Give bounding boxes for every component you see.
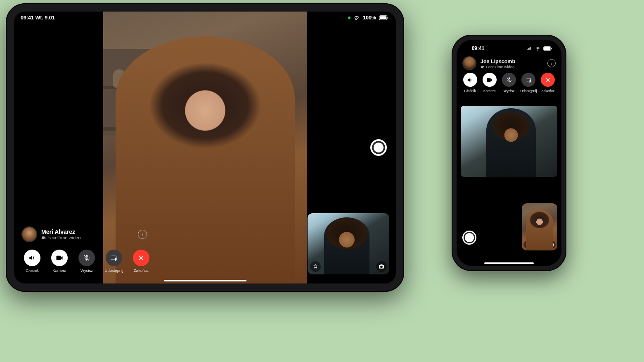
close-icon [137, 254, 145, 262]
svg-rect-3 [380, 16, 386, 19]
speaker-icon [467, 77, 473, 83]
effects-button[interactable] [310, 261, 321, 272]
ipad-status-bar: 09:41 Wt. 9.01 100% [14, 12, 396, 22]
speaker-icon [28, 254, 36, 262]
call-controls: Głośnik Kamera Wycisz Udostępnij Zakończ [21, 250, 152, 273]
remote-video-feed [103, 12, 307, 283]
mute-button[interactable]: Wycisz [500, 73, 517, 93]
flip-camera-button[interactable] [376, 261, 387, 272]
iphone-device: 09:41 Joe Lipscomb FaceTime wideo [452, 35, 566, 271]
video-icon [486, 77, 492, 83]
call-subtitle: FaceTime wideo [486, 65, 514, 69]
status-time-date: 09:41 Wt. 9.01 [21, 15, 55, 21]
flip-camera-button[interactable] [547, 241, 556, 249]
live-photo-shutter[interactable] [462, 231, 476, 245]
home-indicator[interactable] [164, 280, 246, 281]
self-view-pip[interactable] [308, 213, 389, 274]
ipad-screen: 09:41 Wt. 9.01 100% Meri Alvarez FaceTim… [14, 12, 396, 283]
shareplay-icon [526, 77, 532, 83]
end-call-button[interactable]: Zakończ [540, 73, 556, 93]
caller-avatar [462, 56, 476, 70]
speaker-button[interactable]: Głośnik [21, 250, 43, 273]
cellular-icon [527, 45, 533, 52]
caller-name: Joe Lipscomb [481, 59, 515, 64]
iphone-screen: 09:41 Joe Lipscomb FaceTime wideo [457, 40, 561, 266]
call-info[interactable]: Joe Lipscomb FaceTime wideo i [462, 56, 556, 70]
battery-icon [379, 15, 389, 20]
camera-flip-icon [379, 264, 384, 269]
svg-rect-6 [544, 47, 550, 50]
speaker-button[interactable]: Głośnik [462, 73, 478, 93]
remote-video-feed [461, 106, 557, 177]
caller-avatar [21, 226, 37, 242]
ipad-device: 09:41 Wt. 9.01 100% Meri Alvarez FaceTim… [6, 3, 404, 292]
star-icon [313, 264, 318, 269]
effects-button[interactable] [523, 241, 532, 249]
info-button[interactable]: i [547, 59, 556, 67]
svg-rect-7 [551, 48, 552, 49]
dynamic-island [491, 44, 527, 55]
svg-rect-4 [388, 17, 388, 19]
wifi-icon [353, 14, 360, 21]
shareplay-icon [110, 254, 118, 262]
mic-off-icon [83, 254, 90, 262]
mic-off-icon [506, 77, 512, 83]
caller-name: Meri Alvarez [41, 229, 80, 235]
live-photo-shutter[interactable] [370, 139, 387, 156]
video-icon [56, 254, 63, 262]
share-button[interactable]: Udostępnij [520, 73, 537, 93]
end-call-button[interactable]: Zakończ [130, 250, 152, 273]
battery-percent: 100% [363, 15, 376, 21]
home-indicator[interactable] [484, 262, 534, 264]
info-button[interactable]: i [138, 230, 147, 239]
camera-flip-icon [549, 243, 554, 247]
mute-button[interactable]: Wycisz [76, 250, 97, 273]
status-time: 09:41 [466, 45, 490, 51]
call-subtitle: FaceTime wideo [47, 235, 80, 241]
camera-indicator-dot [348, 17, 350, 19]
call-controls: Głośnik Kamera Wycisz Udostępnij Zakończ [462, 73, 556, 93]
self-view-pip[interactable] [522, 203, 557, 250]
star-icon [526, 243, 530, 247]
video-icon [41, 236, 46, 240]
camera-button[interactable]: Kamera [481, 73, 498, 93]
call-info[interactable]: Meri Alvarez FaceTime wideo [21, 226, 80, 242]
battery-icon [543, 46, 552, 51]
video-icon [481, 65, 484, 69]
wifi-icon [535, 45, 541, 52]
close-icon [545, 77, 551, 83]
camera-button[interactable]: Kamera [49, 250, 70, 273]
share-button[interactable]: Udostępnij [103, 250, 125, 273]
